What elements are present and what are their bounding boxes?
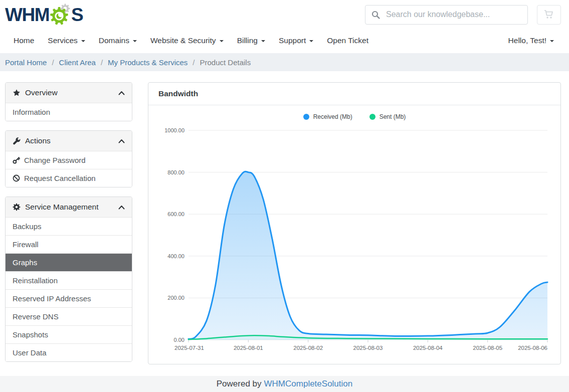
breadcrumb-my-products-services[interactable]: My Products & Services <box>108 58 187 67</box>
sidebar-item-backups[interactable]: Backups <box>6 217 132 235</box>
nav-item-home[interactable]: Home <box>14 36 34 45</box>
sidebar-item-label: Reserved IP Addresses <box>13 294 91 303</box>
search-input[interactable] <box>385 10 521 20</box>
shopping-cart-icon <box>543 10 554 20</box>
legend-dot-received <box>303 114 309 120</box>
nav-item-billing[interactable]: Billing <box>237 36 265 45</box>
key-icon <box>13 156 20 164</box>
nav-item-label: Domains <box>99 36 129 45</box>
sidebar-item-label: Firewall <box>13 240 39 249</box>
sidebar-item-reserved-ip-addresses[interactable]: Reserved IP Addresses <box>6 289 132 307</box>
sidebar-item-label: Graphs <box>13 258 37 267</box>
breadcrumb-product-details: Product Details <box>200 58 251 67</box>
sidebar-panel-actions: ActionsChange PasswordRequest Cancellati… <box>5 130 132 187</box>
breadcrumb-client-area[interactable]: Client Area <box>59 58 96 67</box>
chevron-down-icon <box>220 40 224 42</box>
chevron-up-icon <box>118 91 125 95</box>
chevron-down-icon <box>261 40 265 42</box>
nav-item-label: Website & Security <box>150 36 216 45</box>
sidebar-panel-title: Service Management <box>25 203 114 212</box>
sidebar-item-graphs[interactable]: Graphs <box>6 253 132 271</box>
chevron-down-icon <box>309 40 313 42</box>
logo-text-left: WHM <box>5 6 49 24</box>
breadcrumb-separator: / <box>193 58 195 67</box>
svg-text:2025-08-03: 2025-08-03 <box>353 345 383 351</box>
sidebar-panel-service-management: Service ManagementBackupsFirewallGraphsR… <box>5 197 132 362</box>
legend-dot-sent <box>369 114 375 120</box>
nav-item-website-security[interactable]: Website & Security <box>150 36 224 45</box>
whmcompletesolution-link[interactable]: WHMCompleteSolution <box>264 379 353 389</box>
top-bar: WHM S <box>0 0 569 28</box>
nav-item-services[interactable]: Services <box>48 36 85 45</box>
nav-item-label: Open Ticket <box>327 36 368 45</box>
logo-text-right: S <box>71 6 83 24</box>
chevron-up-icon <box>118 205 125 210</box>
chevron-down-icon <box>133 40 137 42</box>
collapse-toggle[interactable] <box>118 88 125 97</box>
sidebar-item-label: Reverse DNS <box>13 312 59 321</box>
nav-item-support[interactable]: Support <box>279 36 313 45</box>
sidebar-item-label: Request Cancellation <box>24 174 96 182</box>
sidebar-item-label: Change Password <box>24 156 86 164</box>
sidebar-item-label: Backups <box>13 222 42 231</box>
sidebar-panel-header-service-management[interactable]: Service Management <box>6 197 132 217</box>
svg-text:2025-08-06: 2025-08-06 <box>518 345 547 351</box>
breadcrumb-portal-home[interactable]: Portal Home <box>5 58 47 67</box>
sidebar-item-information[interactable]: Information <box>6 103 132 121</box>
sidebar-panel-header-actions[interactable]: Actions <box>6 131 132 151</box>
nav-item-domains[interactable]: Domains <box>99 36 137 45</box>
ban-icon <box>13 174 20 182</box>
star-icon <box>13 89 21 97</box>
nav-item-label: Services <box>48 36 77 45</box>
knowledgebase-search <box>365 5 528 25</box>
legend-item-received[interactable]: Received (Mb) <box>303 113 352 120</box>
account-menu[interactable]: Hello, Test! <box>508 36 554 45</box>
sidebar-item-firewall[interactable]: Firewall <box>6 235 132 253</box>
sidebar-item-label: User Data <box>13 348 47 357</box>
sidebar-item-reinstallation[interactable]: Reinstallation <box>6 271 132 289</box>
svg-text:2025-08-01: 2025-08-01 <box>234 345 263 351</box>
chevron-up-icon <box>118 139 125 143</box>
svg-text:800.00: 800.00 <box>167 169 184 175</box>
sidebar-panel-title: Overview <box>25 88 114 97</box>
gear-icon <box>13 203 21 211</box>
chart-legend: Received (Mb) Sent (Mb) <box>157 109 551 121</box>
svg-text:0.00: 0.00 <box>174 337 184 343</box>
account-label: Hello, Test! <box>508 36 546 45</box>
sidebar-item-reverse-dns[interactable]: Reverse DNS <box>6 307 132 325</box>
sidebar-item-label: Information <box>13 108 50 116</box>
svg-text:1000.00: 1000.00 <box>164 127 184 133</box>
sidebar-item-snapshots[interactable]: Snapshots <box>6 325 132 343</box>
svg-text:2025-08-04: 2025-08-04 <box>413 345 443 351</box>
nav-item-label: Home <box>14 36 34 45</box>
sidebar-panel-header-overview[interactable]: Overview <box>6 83 132 103</box>
sidebar-item-request-cancellation[interactable]: Request Cancellation <box>6 169 132 187</box>
chevron-down-icon <box>81 40 85 42</box>
bandwidth-card: Bandwidth Received (Mb) Sent (Mb) 0.0020… <box>148 82 561 364</box>
card-title: Bandwidth <box>148 83 560 105</box>
sidebar-panel-title: Actions <box>25 136 114 145</box>
bandwidth-chart: 0.00200.00400.00600.00800.001000.002025-… <box>157 121 551 357</box>
svg-text:200.00: 200.00 <box>167 295 184 301</box>
nav-item-label: Billing <box>237 36 258 45</box>
legend-label-sent: Sent (Mb) <box>380 113 406 120</box>
svg-text:2025-08-02: 2025-08-02 <box>293 345 323 351</box>
collapse-toggle[interactable] <box>118 136 125 145</box>
chevron-down-icon <box>550 40 554 42</box>
collapse-toggle[interactable] <box>118 203 125 212</box>
cart-button[interactable] <box>537 5 561 25</box>
legend-item-sent[interactable]: Sent (Mb) <box>369 113 406 120</box>
gear-logo-icon <box>49 4 72 26</box>
nav-item-open-ticket[interactable]: Open Ticket <box>327 36 368 45</box>
breadcrumb: Portal Home/Client Area/My Products & Se… <box>0 53 569 71</box>
sidebar-item-change-password[interactable]: Change Password <box>6 151 132 169</box>
svg-text:2025-07-31: 2025-07-31 <box>174 345 204 351</box>
sidebar-item-user-data[interactable]: User Data <box>6 343 132 361</box>
sidebar-item-label: Reinstallation <box>13 276 58 285</box>
main-nav: HomeServicesDomainsWebsite & SecurityBil… <box>0 28 569 53</box>
sidebar: OverviewInformationActionsChange Passwor… <box>5 82 132 371</box>
whmcs-logo[interactable]: WHM S <box>5 4 83 26</box>
legend-label-received: Received (Mb) <box>313 113 352 120</box>
svg-text:400.00: 400.00 <box>167 253 184 259</box>
footer: Powered by WHMCompleteSolution <box>0 376 569 392</box>
